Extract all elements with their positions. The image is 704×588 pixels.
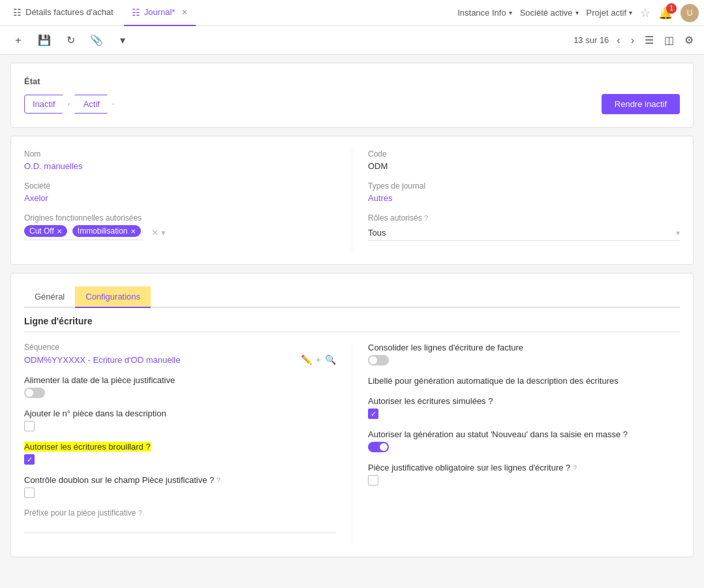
nom-value[interactable]: O.D. manuelles: [24, 161, 336, 171]
tag-cut-off-label: Cut Off: [29, 226, 54, 236]
piece-obligatoire-checkbox[interactable]: [368, 475, 378, 486]
toolbar-navigation: 13 sur 16 ‹ › ☰ ◫ ⚙: [574, 31, 696, 49]
tab-details-factures[interactable]: ☷ Détails factures d'achat: [5, 0, 121, 26]
origines-field: Origines fonctionnelles autorisées Cut O…: [24, 213, 336, 240]
ajouter-field: Ajouter le n° pièce dans la description: [24, 409, 336, 431]
piece-obligatoire-question[interactable]: ?: [573, 464, 577, 472]
prefixe-value[interactable]: [24, 520, 336, 533]
autoriser-brouillard-checkbox[interactable]: ✓: [24, 454, 35, 465]
inactif-label: Inactif: [33, 99, 55, 109]
config-row: Séquence ODM%YYXXXX - Ecriture d'OD manu…: [24, 343, 680, 544]
autoriser-simulees-checkbox[interactable]: ✓: [368, 409, 378, 419]
search-sequence-icon[interactable]: 🔍: [325, 354, 336, 365]
roles-dropdown-arrow[interactable]: ▾: [676, 228, 680, 238]
nom-field: Nom O.D. manuelles: [24, 149, 336, 171]
autoriser-brouillard-field: Autoriser les écritures brouillard ? ✓: [24, 442, 336, 465]
document-icon: ☷: [13, 7, 22, 18]
edit-sequence-icon[interactable]: ✏️: [301, 354, 312, 365]
config-right-col: Consolider les lignes d'écriture de fact…: [352, 343, 680, 544]
prefixe-question[interactable]: ?: [138, 509, 142, 517]
societe-active-btn[interactable]: Société active ▾: [520, 8, 579, 18]
status-breadcrumb: Inactif Actif: [24, 95, 114, 114]
ajouter-checkbox[interactable]: [24, 421, 35, 431]
alimenter-label: Alimenter la date de la pièce justificat…: [24, 375, 175, 385]
status-actif[interactable]: Actif: [69, 95, 114, 114]
code-label: Code: [368, 149, 680, 159]
libelle-field: Libellé pour génération automatique de l…: [368, 376, 680, 386]
nom-label: Nom: [24, 149, 336, 159]
controle-doublon-question[interactable]: ?: [217, 476, 221, 484]
form-card: Nom O.D. manuelles Société Axelor Origin…: [10, 136, 694, 265]
sequence-label: Séquence: [24, 343, 336, 352]
tag-cut-off-close[interactable]: ✕: [57, 228, 62, 235]
origines-label: Origines fonctionnelles autorisées: [24, 213, 336, 223]
attach-btn[interactable]: 📎: [86, 30, 107, 51]
prev-record-btn[interactable]: ‹: [614, 32, 622, 49]
types-journal-field: Types de journal Autres: [368, 181, 680, 203]
origines-tags-container: Cut Off ✕ Immobilisation ✕: [24, 225, 144, 240]
toolbar: + 💾 ↻ 📎 ▾ 13 sur 16 ‹ › ☰ ◫ ⚙: [0, 26, 704, 55]
form-view-icon[interactable]: ◫: [662, 31, 677, 49]
piece-obligatoire-label: Pièce justificative obligatoire sur les …: [368, 463, 577, 472]
controle-doublon-label: Contrôle doublon sur le champ Pièce just…: [24, 475, 221, 485]
sequence-row: ODM%YYXXXX - Ecriture d'OD manuelle ✏️ +…: [24, 354, 336, 365]
controle-doublon-checkbox[interactable]: [24, 487, 35, 498]
instance-info-btn[interactable]: Instance Info ▾: [457, 8, 512, 18]
projet-actif-btn[interactable]: Projet actif ▾: [587, 8, 632, 18]
notifications-badge: 1: [666, 3, 677, 14]
alimenter-field: Alimenter la date de la pièce justificat…: [24, 375, 336, 398]
instance-info-label: Instance Info: [457, 8, 506, 18]
roles-question-icon[interactable]: ?: [424, 214, 428, 222]
form-right-col: Code ODM Types de journal Autres Rôles a…: [352, 149, 680, 251]
roles-label: Rôles autorisés ?: [368, 213, 680, 223]
section-title: Ligne d'écriture: [24, 316, 680, 332]
more-btn[interactable]: ▾: [112, 30, 133, 51]
libelle-label: Libellé pour génération automatique de l…: [368, 376, 619, 386]
settings-icon[interactable]: ⚙: [682, 31, 696, 49]
etat-title: État: [24, 76, 680, 86]
save-btn[interactable]: 💾: [34, 30, 55, 51]
tab-journal-label: Journal*: [144, 7, 176, 17]
tag-clear-icon[interactable]: ✕: [151, 228, 159, 238]
roles-dropdown: Tous ▾: [368, 225, 680, 241]
consolider-toggle[interactable]: [368, 355, 389, 365]
form-main-row: Nom O.D. manuelles Société Axelor Origin…: [24, 149, 680, 251]
tag-immobilisation: Immobilisation ✕: [72, 225, 141, 237]
societe-value[interactable]: Axelor: [24, 193, 336, 203]
tag-dropdown-icon[interactable]: ▾: [161, 228, 166, 238]
rendre-inactif-button[interactable]: Rendre inactif: [602, 94, 680, 114]
autoriser-brouillard-text: Autoriser les écritures brouillard ?: [24, 442, 151, 452]
autoriser-nouveau-field: Autoriser la génération au statut 'Nouve…: [368, 429, 680, 452]
roles-value: Tous: [368, 228, 676, 238]
main-content: État Inactif Actif Rendre inactif Nom O.…: [0, 55, 704, 588]
prefixe-field: Préfixe pour la pièce justificative ?: [24, 508, 336, 533]
config-left-col: Séquence ODM%YYXXXX - Ecriture d'OD manu…: [24, 343, 352, 544]
tabs-bar: Général Configurations: [24, 286, 680, 308]
notifications-btn[interactable]: 🔔 1: [658, 6, 673, 20]
tab-journal[interactable]: ☷ Journal* ✕: [124, 0, 196, 26]
new-record-btn[interactable]: +: [8, 30, 29, 51]
list-view-icon[interactable]: ☰: [642, 31, 656, 49]
refresh-btn[interactable]: ↻: [60, 30, 81, 51]
consolider-label: Consolider les lignes d'écriture de fact…: [368, 343, 523, 352]
tab-configurations[interactable]: Configurations: [75, 286, 151, 308]
form-left-col: Nom O.D. manuelles Société Axelor Origin…: [24, 149, 352, 251]
types-journal-value[interactable]: Autres: [368, 193, 680, 203]
add-sequence-icon[interactable]: +: [316, 354, 321, 365]
alimenter-toggle[interactable]: [24, 388, 45, 398]
instance-info-arrow: ▾: [509, 9, 512, 16]
favorites-star-icon[interactable]: ☆: [640, 6, 650, 20]
tab-details-label: Détails factures d'achat: [25, 7, 114, 17]
tab-general[interactable]: Général: [24, 286, 75, 308]
autoriser-simulees-label: Autoriser les écritures simulées ?: [368, 396, 493, 406]
user-avatar[interactable]: U: [681, 4, 699, 22]
autoriser-nouveau-toggle[interactable]: [368, 442, 389, 452]
next-record-btn[interactable]: ›: [628, 32, 637, 49]
status-inactif[interactable]: Inactif: [24, 95, 69, 114]
roles-field: Rôles autorisés ? Tous ▾: [368, 213, 680, 241]
etat-section: Inactif Actif Rendre inactif: [24, 94, 680, 114]
tag-immobilisation-close[interactable]: ✕: [130, 228, 136, 235]
tab-close-icon[interactable]: ✕: [181, 8, 188, 17]
tag-immobilisation-label: Immobilisation: [78, 226, 128, 236]
projet-actif-label: Projet actif: [587, 8, 626, 18]
